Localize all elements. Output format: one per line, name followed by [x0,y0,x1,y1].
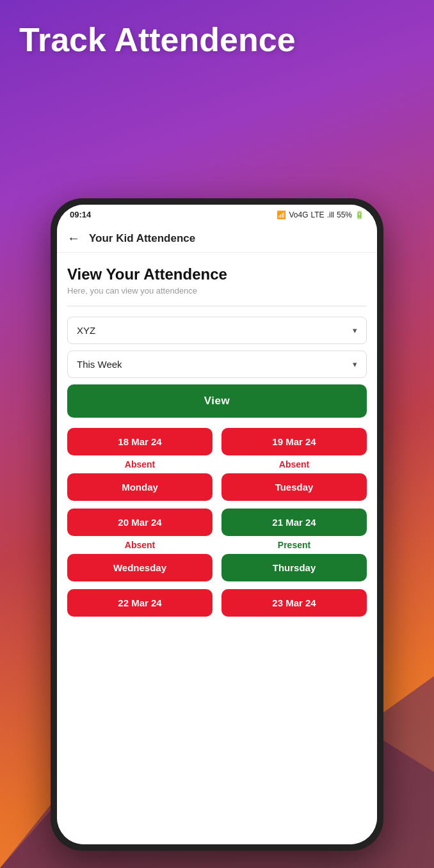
attendance-card-3: 21 Mar 24 Present Thursday [221,509,367,581]
attendance-card-2: 20 Mar 24 Absent Wednesday [67,509,213,581]
status-time: 09:14 [70,210,91,219]
content-area: View Your Attendence Here, you can view … [57,253,377,844]
week-dropdown-value: This Week [77,359,122,370]
divider [67,306,367,306]
attendance-grid: 18 Mar 24 Absent Monday 19 Mar 24 Absent… [67,428,367,617]
phone-frame: 09:14 📶 Vo4G LTE .ill 55% 🔋 ← Your Kid A… [51,198,383,851]
signal-bars: .ill [327,210,334,219]
battery-text: 55% [337,210,352,219]
status-label-0: Absent [125,459,155,470]
day-badge-0: Monday [67,473,213,501]
phone-screen: 09:14 📶 Vo4G LTE .ill 55% 🔋 ← Your Kid A… [57,205,377,844]
status-bar: 09:14 📶 Vo4G LTE .ill 55% 🔋 [57,205,377,225]
student-dropdown[interactable]: XYZ ▾ [67,317,367,344]
attendance-card-5: 23 Mar 24 [221,589,367,617]
week-dropdown[interactable]: This Week ▾ [67,351,367,378]
student-dropdown-value: XYZ [77,325,95,336]
attendance-card-0: 18 Mar 24 Absent Monday [67,428,213,501]
status-icons: 📶 Vo4G LTE .ill 55% 🔋 [277,210,364,219]
student-dropdown-chevron: ▾ [353,326,357,335]
date-badge-4: 22 Mar 24 [67,589,213,617]
day-badge-3: Thursday [221,554,367,581]
attendance-card-4: 22 Mar 24 [67,589,213,617]
wifi-icon: 📶 [277,210,286,219]
lte-text: LTE [311,210,325,219]
date-badge-3: 21 Mar 24 [221,509,367,536]
page-subtitle: Here, you can view you attendence [67,286,367,296]
back-button[interactable]: ← [67,231,80,246]
page-heading: View Your Attendence [67,265,367,283]
signal-text: Vo4G [289,210,308,219]
date-badge-0: 18 Mar 24 [67,428,213,455]
status-label-2: Absent [125,540,155,550]
status-label-1: Absent [279,459,309,470]
date-badge-1: 19 Mar 24 [221,428,367,455]
day-badge-1: Tuesday [221,473,367,501]
date-badge-2: 20 Mar 24 [67,509,213,536]
day-badge-2: Wednesday [67,554,213,581]
nav-bar: ← Your Kid Attendence [57,225,377,253]
nav-title: Your Kid Attendence [89,232,195,245]
app-title: Track Attendence [19,20,296,59]
date-badge-5: 23 Mar 24 [221,589,367,617]
status-label-3: Present [278,540,310,550]
view-button[interactable]: View [67,384,367,418]
week-dropdown-chevron: ▾ [353,359,357,369]
battery-icon: 🔋 [355,210,364,219]
attendance-card-1: 19 Mar 24 Absent Tuesday [221,428,367,501]
